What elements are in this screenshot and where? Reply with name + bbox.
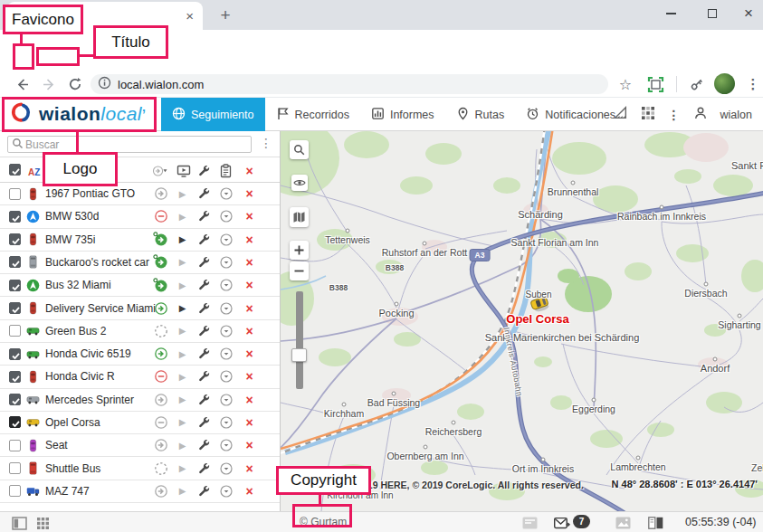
toggle-panel-icon[interactable] [11, 515, 27, 531]
bookmark-star-icon[interactable]: ☆ [615, 73, 636, 95]
unit-row[interactable]: Bus 32 Miami▶× [0, 274, 280, 297]
unit-search[interactable] [7, 136, 252, 153]
unit-properties-wrench-icon[interactable] [196, 254, 211, 270]
nav-tab-rutas[interactable]: Rutas [445, 98, 516, 131]
unit-row[interactable]: Green Bus 2▶× [0, 320, 280, 343]
unit-remove-icon[interactable]: × [242, 323, 257, 338]
unit-remove-icon[interactable]: × [242, 254, 257, 270]
unit-name[interactable]: Green Bus 2 [45, 325, 106, 337]
unit-name[interactable]: Honda Civic 6519 [45, 347, 131, 360]
unit-name[interactable]: Buckaroo's rocket car [45, 256, 149, 269]
unit-properties-wrench-icon[interactable] [196, 186, 211, 202]
track-play-icon[interactable]: ▶ [175, 392, 190, 407]
messages-count-badge[interactable]: 7 [573, 515, 590, 528]
track-play-icon[interactable]: ▶ [175, 438, 190, 453]
media-image-icon[interactable] [615, 515, 631, 531]
current-user-label[interactable]: wialon [720, 109, 752, 121]
unit-row[interactable]: Shuttle Bus▶× [0, 457, 280, 480]
unit-remove-icon[interactable]: × [242, 347, 257, 362]
unit-events-icon[interactable] [218, 209, 234, 224]
unit-events-icon[interactable] [218, 278, 234, 293]
window-close-button[interactable]: × [735, 0, 762, 27]
unit-remove-icon[interactable]: × [242, 461, 257, 476]
motion-state-icon[interactable] [153, 483, 168, 499]
gurtam-copyright[interactable]: © Gurtam [300, 516, 347, 528]
unit-remove-icon[interactable]: × [242, 369, 257, 385]
unit-checkbox[interactable] [9, 233, 21, 245]
address-bar[interactable]: local.wialon.com [91, 74, 608, 94]
unit-remove-icon[interactable]: × [242, 392, 257, 407]
motion-state-icon[interactable] [153, 414, 168, 430]
log-panel-icon[interactable] [521, 515, 538, 531]
track-play-icon[interactable]: ▶ [175, 186, 190, 202]
measure-ruler-icon[interactable] [613, 105, 628, 124]
track-play-icon[interactable]: ▶ [175, 323, 190, 338]
unit-remove-icon[interactable]: × [242, 232, 257, 247]
unit-events-icon[interactable] [218, 347, 234, 362]
unit-properties-wrench-icon[interactable] [196, 278, 211, 293]
unit-row[interactable]: BMW 735i▶× [0, 229, 280, 252]
nav-tab-informes[interactable]: Informes [360, 98, 445, 131]
unit-name[interactable]: Honda Civic R [45, 370, 115, 383]
window-minimize-button[interactable] [657, 0, 684, 27]
bottom-apps-grid-icon[interactable] [34, 515, 51, 531]
tab-close-icon[interactable]: × [186, 8, 194, 24]
track-play-icon[interactable]: ▶ [175, 483, 190, 499]
motion-state-icon[interactable] [153, 461, 168, 476]
motion-state-icon[interactable] [153, 438, 168, 453]
motion-state-icon[interactable] [153, 209, 168, 224]
unit-marker-label[interactable]: Opel Corsa [506, 312, 568, 326]
unit-name[interactable]: Seat [45, 439, 68, 451]
unit-checkbox[interactable] [9, 348, 21, 360]
unit-events-icon[interactable] [218, 483, 234, 499]
reload-icon[interactable] [64, 73, 86, 95]
unit-name[interactable]: BMW 735i [45, 233, 95, 246]
unit-name[interactable]: 1967 Pontiac GTO [45, 187, 135, 200]
zoom-in-button[interactable] [290, 241, 309, 260]
unit-row[interactable]: Delivery Service Miami▶× [0, 297, 280, 319]
track-play-icon[interactable]: ▶ [175, 414, 190, 430]
unit-row[interactable]: Honda Civic R▶× [0, 366, 280, 388]
new-tab-button[interactable]: + [214, 4, 237, 27]
unit-properties-wrench-icon[interactable] [196, 323, 211, 338]
unit-checkbox[interactable] [9, 280, 21, 291]
forward-icon[interactable] [38, 73, 60, 95]
track-play-icon[interactable]: ▶ [175, 461, 190, 476]
unit-events-icon[interactable] [218, 392, 234, 407]
motion-state-icon[interactable] [153, 392, 168, 407]
track-play-icon[interactable]: ▶ [175, 232, 190, 247]
select-all-checkbox[interactable] [9, 164, 21, 176]
map-area[interactable]: Sankt RoBrunnenthalSchärdingRainbach im … [281, 131, 763, 511]
motion-state-icon[interactable] [153, 300, 168, 316]
layout-columns-icon[interactable] [647, 515, 663, 531]
motion-state-icon[interactable] [153, 347, 168, 362]
unit-name[interactable]: MAZ 747 [45, 485, 90, 498]
nav-tab-notificaciones[interactable]: Notificaciones [515, 98, 626, 131]
motion-state-icon[interactable] [153, 323, 168, 338]
unit-name[interactable]: Bus 32 Miami [45, 279, 111, 291]
track-play-icon[interactable]: ▶ [175, 254, 190, 270]
header-kebab-icon[interactable]: ⋮ [668, 108, 681, 122]
unit-checkbox[interactable] [9, 325, 21, 337]
panel-kebab-icon[interactable]: ⋮ [260, 136, 272, 150]
motion-state-icon[interactable] [153, 186, 168, 202]
password-key-icon[interactable] [686, 73, 708, 95]
unit-checkbox[interactable] [9, 394, 21, 405]
unit-name[interactable]: Mercedes Sprinter [45, 394, 134, 406]
unit-row[interactable]: Seat▶× [0, 434, 280, 457]
zoom-slider-handle[interactable] [291, 348, 307, 362]
unit-events-icon[interactable] [218, 300, 234, 316]
motion-state-icon[interactable] [153, 232, 168, 247]
apps-grid-icon[interactable] [641, 106, 655, 124]
unit-row[interactable]: MAZ 747▶× [0, 480, 280, 503]
unit-checkbox[interactable] [9, 302, 21, 314]
motion-state-icon[interactable] [153, 254, 168, 270]
unit-remove-icon[interactable]: × [242, 483, 257, 499]
back-icon[interactable] [11, 73, 33, 95]
motion-state-icon[interactable] [153, 278, 168, 293]
remove-all-icon[interactable]: × [242, 163, 257, 178]
follow-all-icon[interactable] [152, 163, 167, 178]
unit-row[interactable]: Buckaroo's rocket car▶× [0, 252, 280, 274]
unit-checkbox[interactable] [9, 416, 21, 428]
unit-properties-wrench-icon[interactable] [196, 438, 211, 453]
